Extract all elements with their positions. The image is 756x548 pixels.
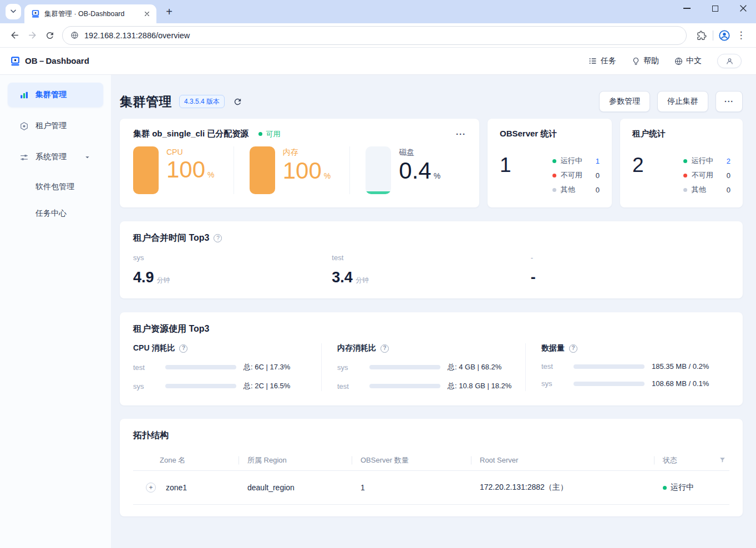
maximize-button[interactable]	[710, 3, 720, 13]
merge-item-name: sys	[133, 253, 332, 262]
sliders-icon	[19, 153, 29, 162]
merge-items: sys 4.9 分钟 test 3.4 分钟 -	[133, 253, 729, 286]
usage-row-name: test	[541, 362, 574, 371]
nav-tasks[interactable]: 任务	[588, 56, 616, 66]
legend-label: 运行中	[561, 156, 582, 166]
usage-bar	[574, 364, 645, 369]
params-button[interactable]: 参数管理	[599, 91, 650, 112]
tenant-total: 2	[632, 155, 644, 195]
merge-time-card: 租户合并时间 Top3 ? sys 4.9 分钟 test 3.4	[120, 221, 743, 298]
site-info-icon[interactable]	[70, 31, 79, 39]
sidebar-item-tenant-label: 租户管理	[35, 121, 67, 131]
sidebar-item-task-center[interactable]: 任务中心	[8, 202, 103, 225]
disk-gauge: 磁盘 0.4 %	[349, 146, 466, 194]
sidebar-item-cluster[interactable]: 集群管理	[8, 83, 103, 107]
cluster-card-title: 集群 ob_single_cli 已分配资源	[133, 129, 248, 139]
sidebar-item-tenant[interactable]: 租户管理	[8, 114, 103, 138]
memory-usage-column: 内存消耗比 ? sys 总: 4 GB | 68.2% test 总: 10.8…	[321, 343, 525, 391]
sidebar-item-packages-label: 软件包管理	[35, 182, 74, 192]
browser-tabstrip: 集群管理 · OB-Dashboard +	[0, 0, 756, 23]
status-dot-green	[552, 159, 556, 163]
sidebar: 集群管理 租户管理 系统管理 软件包管理 任务中心	[0, 75, 111, 548]
help-icon[interactable]: ?	[380, 344, 389, 353]
stop-cluster-button[interactable]: 停止集群	[657, 91, 708, 112]
usage-column-title: 数据量	[541, 343, 565, 353]
nav-language[interactable]: 中文	[674, 56, 702, 66]
url-bar[interactable]: 192.168.2.131:2886/overview	[62, 26, 687, 45]
refresh-icon[interactable]	[233, 97, 242, 106]
cpu-gauge-label: CPU	[166, 148, 215, 156]
status-dot-gray	[552, 188, 556, 192]
back-button[interactable]	[6, 27, 23, 44]
cpu-gauge-fill	[133, 146, 159, 194]
resource-usage-card: 租户资源使用 Top3 CPU 消耗比 ? test 总: 6C | 17.3%	[120, 312, 743, 405]
sidebar-item-system-label: 系统管理	[35, 152, 67, 162]
person-icon	[725, 57, 734, 65]
filter-icon[interactable]	[719, 456, 726, 464]
cluster-more-button[interactable]: ···	[456, 129, 466, 139]
legend-other: 其他 0	[552, 185, 600, 195]
column-header-rootserver: Root Server	[471, 456, 654, 464]
tab-close-icon[interactable]	[142, 9, 152, 19]
help-icon[interactable]: ?	[214, 234, 222, 242]
legend-value: 0	[718, 186, 730, 194]
usage-row: sys 总: 2C | 16.5%	[133, 381, 321, 391]
task-list-icon	[588, 57, 597, 65]
usage-row: test 总: 10.8 GB | 18.2%	[337, 381, 525, 391]
memory-gauge: 内存 100 %	[234, 146, 350, 194]
app-logo-text: OB－Dashboard	[25, 56, 89, 67]
usage-row: sys 总: 4 GB | 68.2%	[337, 362, 525, 372]
status-dot-gray	[683, 188, 687, 192]
more-actions-button[interactable]: ···	[716, 91, 743, 112]
disk-gauge-fill	[366, 191, 391, 194]
observer-stats-card: OBServer 统计 1 运行中 1 不可用	[488, 119, 612, 207]
page-header: 集群管理 4.3.5.4 版本 参数管理 停止集群 ···	[120, 90, 743, 113]
profile-avatar-icon[interactable]	[716, 27, 733, 44]
tab-search-button[interactable]	[6, 4, 21, 19]
usage-column-title: 内存消耗比	[337, 343, 376, 353]
lightbulb-icon	[632, 57, 640, 65]
table-row: + zone1 deault_region 1 172.20.2.131:288…	[133, 471, 729, 505]
reload-button[interactable]	[41, 27, 59, 44]
window-controls	[682, 3, 748, 13]
ob-logo-icon	[10, 56, 21, 67]
browser-menu-icon[interactable]: ⋮	[733, 27, 749, 44]
sidebar-item-packages[interactable]: 软件包管理	[8, 176, 103, 198]
usage-columns: CPU 消耗比 ? test 总: 6C | 17.3% sys 总: 2C |…	[133, 343, 729, 391]
usage-bar	[574, 382, 645, 386]
disk-gauge-unit: %	[434, 171, 440, 180]
page-body: 集群管理 租户管理 系统管理 软件包管理 任务中心	[0, 75, 756, 548]
merge-item: sys 4.9 分钟	[133, 253, 332, 286]
legend-value: 2	[718, 157, 730, 165]
column-header-region: 所属 Region	[239, 455, 352, 465]
minimize-button[interactable]	[682, 3, 692, 13]
usage-row-name: sys	[337, 363, 369, 372]
legend-label: 不可用	[692, 170, 713, 180]
legend-value: 0	[587, 171, 600, 180]
extensions-icon[interactable]	[693, 27, 710, 44]
header-nav: 任务 帮助 中文	[588, 54, 742, 68]
legend-label: 运行中	[692, 156, 713, 166]
row-expand-button[interactable]: +	[146, 483, 156, 493]
browser-tab[interactable]: 集群管理 · OB-Dashboard	[24, 4, 156, 23]
topology-table: Zone 名 所属 Region OBServer 数量 Root Server…	[133, 450, 729, 505]
memory-gauge-label: 内存	[283, 148, 331, 158]
close-button[interactable]	[738, 3, 748, 13]
nav-tasks-label: 任务	[601, 56, 616, 66]
main-content: 集群管理 4.3.5.4 版本 参数管理 停止集群 ··· 集群 ob_sing…	[111, 75, 756, 548]
new-tab-button[interactable]: +	[161, 3, 177, 20]
merge-item-value: 3.4	[332, 269, 353, 286]
cluster-resource-card: 集群 ob_single_cli 已分配资源 可用 ···	[120, 119, 479, 207]
nav-help[interactable]: 帮助	[632, 56, 659, 66]
legend-running: 运行中 2	[683, 156, 730, 166]
cluster-card-header: 集群 ob_single_cli 已分配资源 可用 ···	[133, 129, 466, 139]
caret-down-icon	[84, 154, 90, 160]
nav-language-label: 中文	[686, 56, 702, 66]
help-icon[interactable]: ?	[179, 344, 187, 353]
forward-button[interactable]	[23, 27, 41, 44]
user-avatar-button[interactable]	[717, 54, 742, 68]
help-icon[interactable]: ?	[569, 344, 577, 353]
legend-label: 其他	[692, 185, 706, 195]
merge-item: test 3.4 分钟	[332, 253, 530, 286]
sidebar-item-system[interactable]: 系统管理	[8, 145, 103, 169]
